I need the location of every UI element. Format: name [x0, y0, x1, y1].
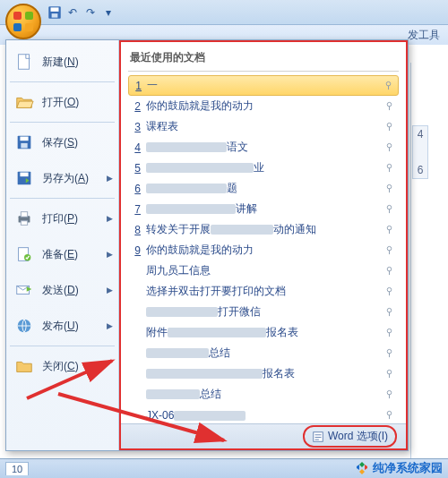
watermark-icon	[355, 461, 369, 475]
recent-item[interactable]: 周九员工信息	[128, 260, 399, 281]
pin-icon[interactable]	[384, 101, 395, 112]
new-doc-icon	[13, 51, 35, 73]
recent-item[interactable]: 附件报名表	[128, 322, 399, 343]
svg-point-32	[387, 246, 392, 251]
recent-documents-panel: 最近使用的文档 1一2你的鼓励就是我的动力3课程表4语文5业6题7讲解8转发关于…	[119, 40, 408, 450]
menu-label: 新建(N)	[42, 55, 111, 70]
pin-icon[interactable]	[384, 328, 395, 338]
word-options-label: Word 选项(I)	[328, 429, 388, 444]
menu-new[interactable]: 新建(N)	[6, 44, 118, 80]
recent-num: 4	[132, 141, 141, 154]
menu-prepare[interactable]: 准备(E)▶	[6, 236, 118, 272]
chevron-right-icon: ▶	[107, 214, 113, 223]
recent-filename: 你的鼓励就是我的动力	[146, 98, 379, 114]
save-icon	[13, 132, 35, 153]
svg-point-34	[387, 267, 392, 271]
recent-item[interactable]: 6题	[128, 178, 399, 199]
menu-print[interactable]: 打印(P)▶	[6, 201, 118, 236]
svg-rect-2	[52, 13, 58, 18]
tab-devtools[interactable]: 发工具	[408, 28, 440, 43]
menu-label: 打开(O)	[42, 95, 111, 110]
qat-dropdown-icon[interactable]: ▾	[100, 4, 116, 21]
svg-rect-3	[19, 55, 30, 70]
pin-icon[interactable]	[384, 245, 395, 256]
recent-item[interactable]: 总结	[128, 343, 399, 363]
recent-filename: 讲解	[146, 201, 379, 217]
pin-icon[interactable]	[383, 81, 394, 91]
menu-open[interactable]: 打开(O)	[6, 84, 118, 120]
chevron-right-icon: ▶	[107, 250, 113, 259]
recent-num: 1	[133, 80, 142, 92]
menu-publish[interactable]: 发布(U)▶	[6, 308, 118, 344]
pin-icon[interactable]	[384, 266, 395, 277]
pin-icon[interactable]	[384, 225, 395, 235]
recent-item[interactable]: 2你的鼓励就是我的动力	[128, 96, 399, 116]
recent-filename: 选择并双击打开要打印的文档	[146, 284, 379, 299]
recent-filename: 转发关于开展动的通知	[146, 222, 379, 237]
svg-point-36	[387, 287, 392, 292]
recent-filename: 题	[146, 181, 379, 196]
recent-num: 7	[132, 203, 141, 216]
office-menu: 新建(N) 打开(O) 保存(S) 另存为(A)▶ 打印(P)▶ 准备(E)▶ …	[5, 39, 409, 451]
send-icon	[13, 279, 35, 301]
pin-icon[interactable]	[384, 369, 395, 380]
recent-item[interactable]: 选择并双击打开要打印的文档	[128, 281, 399, 302]
svg-rect-52	[314, 437, 321, 438]
page-indicator[interactable]: 10	[5, 462, 29, 475]
recent-item[interactable]: JX-06	[128, 405, 399, 425]
recent-item[interactable]: 7讲解	[128, 199, 399, 219]
recent-filename: 打开微信	[146, 304, 379, 320]
pin-icon[interactable]	[384, 204, 395, 215]
recent-item[interactable]: 报名表	[128, 363, 399, 384]
svg-rect-6	[21, 143, 27, 149]
svg-point-38	[387, 308, 392, 312]
qat-redo-icon[interactable]: ↷	[82, 4, 99, 21]
qat-save-icon[interactable]	[47, 4, 63, 21]
pin-icon[interactable]	[384, 142, 395, 153]
word-options-button[interactable]: Word 选项(I)	[303, 425, 397, 448]
recent-filename: 你的鼓励就是我的动力	[146, 243, 379, 258]
pin-icon[interactable]	[384, 348, 395, 359]
menu-close[interactable]: 关闭(C)	[6, 348, 118, 384]
office-button[interactable]	[5, 4, 41, 39]
menu-label: 准备(E)	[42, 247, 111, 262]
recent-filename: 附件报名表	[146, 325, 379, 340]
svg-point-24	[387, 164, 392, 168]
recent-item[interactable]: 总结	[128, 384, 399, 405]
recent-filename: 总结	[146, 346, 379, 361]
pin-icon[interactable]	[384, 286, 395, 297]
pin-icon[interactable]	[384, 163, 395, 174]
menu-send[interactable]: 发送(D)▶	[6, 272, 118, 308]
menu-save[interactable]: 保存(S)	[6, 124, 118, 160]
pin-icon[interactable]	[384, 389, 395, 400]
svg-rect-10	[21, 212, 27, 218]
pin-icon[interactable]	[384, 307, 395, 318]
svg-point-30	[387, 226, 392, 230]
recent-list: 1一2你的鼓励就是我的动力3课程表4语文5业6题7讲解8转发关于开展动的通知9你…	[128, 75, 399, 425]
svg-point-44	[387, 370, 392, 374]
svg-point-48	[387, 411, 392, 415]
pin-icon[interactable]	[384, 122, 395, 132]
office-logo-icon	[13, 12, 33, 31]
recent-filename: 总结	[146, 387, 379, 402]
chevron-right-icon: ▶	[107, 286, 113, 294]
folder-open-icon	[13, 91, 35, 113]
recent-item[interactable]: 4语文	[128, 137, 399, 158]
pin-icon[interactable]	[384, 410, 395, 421]
recent-item[interactable]: 1一	[128, 75, 399, 96]
print-icon	[13, 208, 35, 229]
pin-icon[interactable]	[384, 184, 395, 194]
qat-undo-icon[interactable]: ↶	[65, 4, 81, 21]
recent-item[interactable]: 3课程表	[128, 116, 399, 137]
recent-item[interactable]: 打开微信	[128, 302, 399, 322]
svg-point-46	[387, 390, 392, 395]
menu-label: 打印(P)	[42, 211, 111, 226]
recent-item[interactable]: 5业	[128, 158, 399, 178]
menu-saveas[interactable]: 另存为(A)▶	[6, 160, 118, 196]
recent-filename: 周九员工信息	[146, 263, 379, 278]
recent-item[interactable]: 8转发关于开展动的通知	[128, 219, 399, 240]
title-bar: ↶ ↷ ▾	[0, 0, 448, 25]
recent-num: 6	[132, 183, 141, 195]
recent-filename: 课程表	[146, 119, 379, 134]
recent-item[interactable]: 9你的鼓励就是我的动力	[128, 240, 399, 260]
